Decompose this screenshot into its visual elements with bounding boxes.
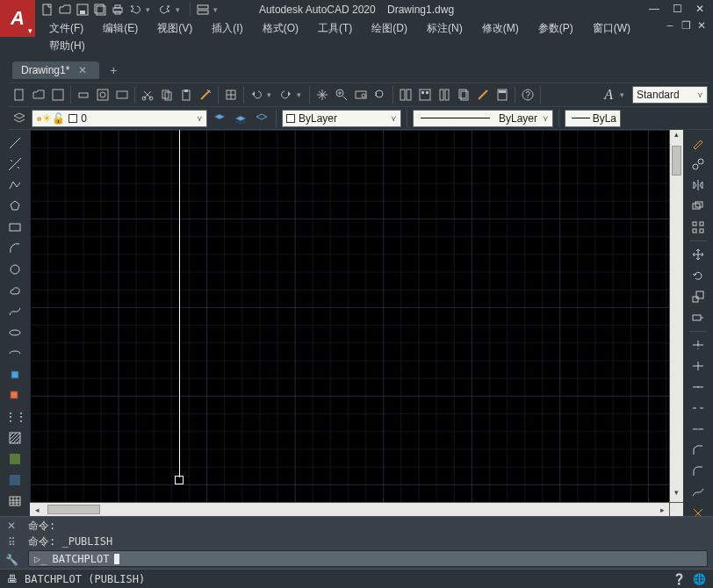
paste-icon[interactable] — [177, 86, 195, 104]
array-icon[interactable] — [688, 218, 709, 237]
menu-help[interactable]: 帮助(H) — [40, 37, 94, 55]
menu-draw[interactable]: 绘图(D) — [363, 19, 416, 38]
vscroll-thumb[interactable] — [672, 146, 681, 176]
new-file-icon[interactable] — [11, 86, 28, 104]
open-icon[interactable] — [58, 3, 72, 17]
open-file-icon[interactable] — [30, 86, 47, 104]
app-logo[interactable]: A▾ — [0, 0, 35, 37]
point-icon[interactable]: ⋮⋮ — [4, 407, 25, 427]
tool-palettes-icon[interactable] — [436, 86, 453, 104]
copy-icon[interactable] — [158, 86, 176, 104]
status-globe-icon[interactable]: 🌐 — [693, 573, 706, 585]
cut-icon[interactable] — [139, 86, 156, 104]
close-button[interactable]: ✕ — [692, 2, 708, 16]
horizontal-scrollbar[interactable]: ◂ ▸ — [30, 502, 669, 516]
layer-combo[interactable]: ● ☀ 🔓 0 ⋎ — [32, 110, 207, 127]
hatch-icon[interactable] — [4, 428, 25, 448]
move-icon[interactable] — [688, 245, 709, 264]
hscroll-thumb[interactable] — [47, 505, 100, 514]
markup-icon[interactable] — [474, 86, 492, 104]
break-icon[interactable] — [688, 398, 709, 418]
print-button-icon[interactable] — [75, 86, 92, 104]
layer-manager-icon[interactable] — [11, 110, 28, 127]
vertical-scrollbar[interactable]: ▴ ▾ — [669, 130, 683, 502]
properties-icon[interactable] — [397, 86, 414, 104]
workspace-icon[interactable] — [196, 3, 210, 17]
plot-preview-icon[interactable] — [94, 86, 112, 104]
blend-curves-icon[interactable] — [688, 483, 709, 502]
make-block-icon[interactable] — [4, 386, 25, 405]
scale-icon[interactable] — [688, 287, 709, 306]
revcloud-icon[interactable] — [4, 281, 25, 300]
region-icon[interactable] — [4, 470, 25, 490]
doc-restore-button[interactable]: ❐ — [680, 19, 692, 32]
zoom-realtime-icon[interactable] — [333, 86, 350, 104]
polyline-icon[interactable] — [4, 176, 25, 195]
redo-icon[interactable] — [158, 3, 172, 17]
stretch-icon[interactable] — [688, 308, 709, 327]
block-editor-icon[interactable] — [222, 86, 240, 104]
workspace-dropdown[interactable]: ▾ — [213, 5, 222, 14]
layer-iso-icon[interactable] — [253, 110, 270, 127]
break-at-point-icon[interactable] — [688, 377, 709, 397]
circle-icon[interactable] — [4, 260, 25, 279]
menu-insert[interactable]: 插入(I) — [203, 19, 251, 38]
menu-file[interactable]: 文件(F) — [40, 19, 92, 38]
layer-previous-icon[interactable] — [211, 110, 228, 127]
layer-states-icon[interactable] — [232, 110, 249, 127]
insert-block-icon[interactable] — [4, 365, 25, 384]
construction-line-icon[interactable] — [4, 154, 25, 174]
menu-modify[interactable]: 修改(M) — [473, 19, 528, 38]
text-style-dropdown-icon[interactable]: ▾ — [620, 90, 629, 99]
text-style-combo[interactable]: Standard ⋎ — [632, 86, 708, 104]
print-icon[interactable] — [111, 3, 125, 17]
undo-icon[interactable] — [128, 3, 142, 17]
menu-dimension[interactable]: 标注(N) — [418, 19, 472, 38]
rotate-icon[interactable] — [688, 266, 709, 285]
redo2-icon[interactable] — [277, 86, 295, 104]
color-combo[interactable]: ByLayer ⋎ — [282, 110, 401, 127]
ellipse-arc-icon[interactable] — [4, 344, 25, 363]
status-help-icon[interactable]: ❔ — [673, 573, 686, 585]
menu-param[interactable]: 参数(P) — [529, 19, 582, 38]
copy-object-icon[interactable] — [688, 154, 709, 174]
arc-icon[interactable] — [4, 239, 25, 258]
mirror-icon[interactable] — [688, 176, 709, 195]
text-style-icon[interactable]: A — [601, 87, 616, 103]
undo-dropdown[interactable]: ▾ — [146, 5, 155, 14]
chamfer-icon[interactable] — [688, 441, 709, 460]
fillet-icon[interactable] — [688, 462, 709, 481]
menu-tools[interactable]: 工具(T) — [309, 19, 361, 38]
menu-edit[interactable]: 编辑(E) — [94, 19, 147, 38]
lineweight-combo[interactable]: ByLa — [565, 110, 621, 127]
undo2-icon[interactable] — [248, 86, 265, 104]
save-file-icon[interactable] — [49, 86, 67, 104]
new-icon[interactable] — [40, 3, 54, 17]
add-tab-button[interactable]: + — [110, 63, 117, 77]
drawing-canvas[interactable] — [30, 130, 669, 502]
doc-close-button[interactable]: ✕ — [695, 19, 708, 32]
rectangle-icon[interactable] — [4, 218, 25, 237]
publish-icon[interactable] — [113, 86, 131, 104]
trim-icon[interactable] — [688, 335, 709, 355]
saveas-icon[interactable] — [93, 3, 107, 17]
maximize-button[interactable]: ☐ — [669, 2, 685, 16]
cmd-close-icon[interactable]: ✕ — [7, 520, 16, 532]
cmd-grip-icon[interactable]: ⠿ — [8, 536, 16, 549]
line-icon[interactable] — [4, 133, 25, 153]
join-icon[interactable] — [688, 419, 709, 439]
ellipse-icon[interactable] — [4, 323, 25, 342]
doc-minimize-button[interactable]: – — [664, 19, 676, 32]
spline-icon[interactable] — [4, 302, 25, 321]
file-tab-active[interactable]: Drawing1* ✕ — [12, 61, 99, 79]
pan-icon[interactable] — [313, 86, 331, 104]
help-icon[interactable]: ? — [519, 86, 537, 104]
save-icon[interactable] — [76, 3, 90, 17]
erase-icon[interactable] — [688, 133, 709, 153]
command-input[interactable]: ▷_ BATCHPLOT — [28, 550, 708, 567]
zoom-previous-icon[interactable] — [371, 86, 389, 104]
linetype-combo[interactable]: ByLayer ⋎ — [413, 110, 553, 127]
menu-window[interactable]: 窗口(W) — [584, 19, 639, 38]
cmd-wrench-icon[interactable]: 🔧 — [5, 554, 18, 566]
undo2-dropdown[interactable]: ▾ — [267, 90, 276, 99]
